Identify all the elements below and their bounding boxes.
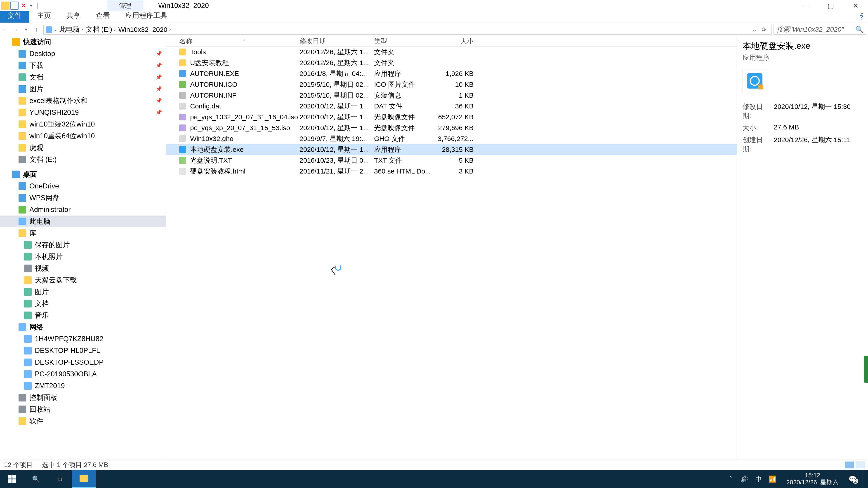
nav-item[interactable]: 1H4WPFQ7KZ8HU82 [0, 333, 166, 345]
nav-item[interactable]: 保存的图片 [0, 239, 166, 251]
file-size: 36 KB [435, 102, 480, 110]
file-row[interactable]: Tools2020/12/26, 星期六 1...文件夹 [166, 46, 737, 57]
nav-item[interactable]: 文档📌 [0, 71, 166, 83]
close-button[interactable]: ✕ [843, 0, 868, 11]
column-size[interactable]: 大小 [435, 37, 480, 46]
nav-item[interactable]: 回收站 [0, 403, 166, 415]
side-panel-tab[interactable] [864, 356, 868, 383]
crumb-segment[interactable]: Win10x32_2020 [119, 26, 167, 33]
nav-item[interactable]: 视频 [0, 263, 166, 274]
taskbar-search-button[interactable]: 🔍 [24, 470, 48, 488]
nav-item[interactable]: 图片 [0, 286, 166, 298]
network-icon[interactable]: 📶 [769, 475, 776, 483]
breadcrumb-bar[interactable]: › 此电脑› 文档 (E:)› Win10x32_2020› ⌄ ⟳ [43, 25, 772, 35]
chevron-right-icon[interactable]: › [169, 27, 170, 33]
file-type: 光盘映像文件 [374, 112, 435, 122]
chevron-right-icon[interactable]: › [114, 27, 116, 33]
nav-item[interactable]: YUNQISHI2019📌 [0, 107, 166, 119]
nav-item-label: 1H4WPFQ7KZ8HU82 [35, 335, 103, 343]
file-row[interactable]: 光盘说明.TXT2016/10/23, 星期日 0...TXT 文件5 KB [166, 155, 737, 166]
nav-item[interactable]: win10重装64位win10 [0, 130, 166, 142]
taskbar-clock[interactable]: 15:12 2020/12/26, 星期六 [783, 472, 842, 486]
refresh-button[interactable]: ⟳ [762, 26, 767, 33]
column-type[interactable]: 类型 [374, 37, 435, 46]
qat-close-icon[interactable]: ✕ [20, 2, 28, 10]
tray-overflow-button[interactable]: ˄ [727, 475, 735, 483]
contextual-tab-manage[interactable]: 管理 [107, 0, 143, 11]
nav-item-label: Desktop [29, 50, 55, 58]
nav-item[interactable]: DESKTOP-LSSOEDP [0, 357, 166, 368]
nav-item[interactable]: 文档 (E:) [0, 154, 166, 165]
crumb-segment[interactable]: 文档 (E:) [86, 25, 112, 34]
details-subtitle: 应用程序 [743, 53, 863, 62]
nav-item[interactable]: 下载📌 [0, 60, 166, 71]
file-row[interactable]: pe_yqs_1032_20_07_31_16_04.iso2020/10/12… [166, 111, 737, 123]
nav-group-desktop[interactable]: 桌面 [0, 168, 166, 180]
file-row[interactable]: Config.dat2020/10/12, 星期一 1...DAT 文件36 K… [166, 101, 737, 111]
address-dropdown-button[interactable]: ⌄ [752, 26, 757, 33]
column-date[interactable]: 修改日期 [300, 37, 374, 46]
nav-item[interactable]: 图片📌 [0, 83, 166, 95]
file-date: 2019/9/7, 星期六 19:... [300, 134, 374, 143]
search-input[interactable]: 搜索"Win10x32_2020" 🔍 [774, 25, 866, 35]
nav-item[interactable]: Administrator [0, 204, 166, 216]
nav-group-quickaccess[interactable]: 快速访问 [0, 36, 166, 48]
nav-group-network[interactable]: 网络 [0, 321, 166, 333]
ime-indicator[interactable]: 中 [755, 475, 763, 483]
nav-item[interactable]: Desktop📌 [0, 48, 166, 60]
file-rows[interactable]: Tools2020/12/26, 星期六 1...文件夹U盘安装教程2020/1… [166, 46, 737, 459]
nav-up-button[interactable]: ↑ [31, 24, 41, 35]
task-view-button[interactable]: ⧉ [48, 470, 72, 488]
nav-item[interactable]: PC-20190530OBLA [0, 368, 166, 380]
action-center-button[interactable]: 💬2 [848, 475, 856, 483]
search-icon[interactable]: 🔍 [855, 26, 864, 33]
minimize-button[interactable]: — [794, 0, 818, 11]
taskbar-explorer-button[interactable] [72, 470, 96, 488]
show-desktop-button[interactable] [863, 470, 866, 488]
nav-back-button[interactable]: ← [0, 24, 10, 35]
navigation-pane[interactable]: 快速访问 Desktop📌下载📌文档📌图片📌excel表格制作求和📌YUNQIS… [0, 36, 166, 459]
file-type: DAT 文件 [374, 102, 435, 111]
chevron-right-icon[interactable]: › [55, 27, 57, 33]
crumb-segment[interactable]: 此电脑 [59, 25, 80, 34]
nav-item[interactable]: 本机照片 [0, 251, 166, 263]
file-row[interactable]: 本地硬盘安装.exe2020/10/12, 星期一 1...应用程序28,315… [166, 144, 737, 155]
nav-item[interactable]: 天翼云盘下载 [0, 274, 166, 286]
nav-item[interactable]: 此电脑 [0, 216, 166, 227]
column-name[interactable]: 名称˄ [166, 37, 300, 46]
nav-item[interactable]: win10重装32位win10 [0, 119, 166, 130]
nav-forward-button[interactable]: → [10, 24, 21, 35]
file-row[interactable]: pe_yqs_xp_20_07_31_15_53.iso2020/10/12, … [166, 123, 737, 133]
nav-item[interactable]: DESKTOP-HL0PLFL [0, 345, 166, 357]
nav-item[interactable]: 控制面板 [0, 392, 166, 403]
file-row[interactable]: Win10x32.gho2019/9/7, 星期六 19:...GHO 文件3,… [166, 133, 737, 144]
file-row[interactable]: U盘安装教程2020/12/26, 星期六 1...文件夹 [166, 57, 737, 68]
chevron-right-icon[interactable]: › [81, 27, 83, 33]
nav-item-label: WPS网盘 [29, 193, 59, 203]
nav-item[interactable]: 音乐 [0, 310, 166, 321]
nav-recent-button[interactable]: ▾ [21, 24, 31, 35]
start-button[interactable] [0, 470, 24, 488]
file-row[interactable]: AUTORUN.ICO2015/5/10, 星期日 02...ICO 图片文件1… [166, 79, 737, 90]
nav-item[interactable]: excel表格制作求和📌 [0, 95, 166, 107]
view-details-button[interactable] [845, 462, 854, 468]
view-large-button[interactable] [856, 462, 865, 468]
file-row[interactable]: AUTORUN.EXE2016/1/8, 星期五 04:...应用程序1,926… [166, 68, 737, 79]
nav-item[interactable]: 库 [0, 227, 166, 239]
chevron-down-icon[interactable]: ▾ [29, 3, 34, 8]
nav-item[interactable]: OneDrive [0, 180, 166, 192]
maximize-button[interactable]: ▢ [818, 0, 843, 11]
qat-save-icon[interactable] [10, 2, 19, 10]
nav-item-icon [24, 300, 32, 307]
nav-item[interactable]: ZMT2019 [0, 380, 166, 392]
nav-item[interactable]: 文档 [0, 298, 166, 310]
volume-icon[interactable]: 🔊 [741, 475, 748, 483]
nav-item[interactable]: 虎观 [0, 142, 166, 154]
file-row[interactable]: AUTORUN.INF2015/5/10, 星期日 02...安装信息1 KB [166, 90, 737, 101]
nav-item[interactable]: 软件 [0, 415, 166, 427]
help-button[interactable]: ? [855, 12, 868, 23]
file-row[interactable]: 硬盘安装教程.html2016/11/21, 星期一 2...360 se HT… [166, 166, 737, 177]
nav-item[interactable]: WPS网盘 [0, 192, 166, 204]
svg-rect-3 [12, 480, 16, 483]
system-tray: ˄ 🔊 中 📶 15:12 2020/12/26, 星期六 💬2 [727, 470, 868, 488]
